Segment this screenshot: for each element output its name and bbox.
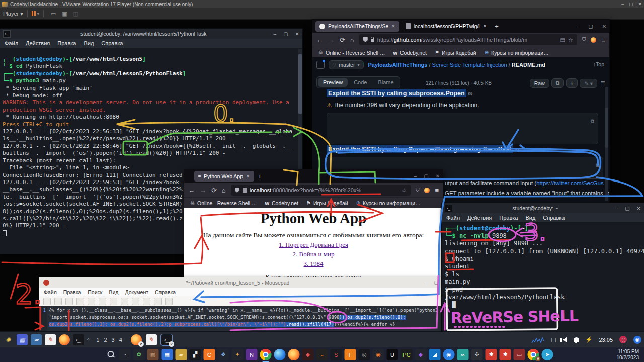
terminal-window-icon[interactable]: ›_2 (161, 334, 172, 345)
power-manager-icon[interactable]: ⚡ (586, 336, 593, 343)
menu-search[interactable]: Поиск (88, 289, 102, 295)
file-manager-icon[interactable]: ▰ (31, 334, 42, 345)
show-desktop-icon[interactable]: ▦ (17, 334, 28, 345)
firefox-account-icon[interactable] (591, 37, 596, 43)
menu-actions[interactable]: Действия (467, 215, 492, 221)
unreal-icon[interactable]: U (387, 349, 398, 360)
firefox-icon[interactable] (288, 349, 300, 360)
tab-close-icon[interactable]: ✕ (391, 24, 395, 29)
carrot-icon[interactable]: ⌄ (316, 349, 328, 360)
music-icon[interactable]: ◆ (302, 349, 314, 360)
window-preview-icon[interactable]: ▢ (551, 336, 556, 343)
gauge-icon[interactable]: ◔ (119, 349, 131, 360)
mousepad-titlebar[interactable]: *~/Рабочий стол/tmp_lesson_5 - Mousepad … (39, 277, 443, 288)
terminal2-close-button[interactable]: ✕ (637, 206, 641, 211)
terminal2-minimize-button[interactable]: – (615, 206, 618, 211)
shazam-icon[interactable]: S (331, 349, 342, 360)
terminal1-maximize-button[interactable]: ▢ (283, 31, 288, 37)
breadcrumb-repo[interactable]: PayloadsAllTheThings (368, 62, 427, 68)
tab-python-web-app[interactable]: Python Web App✕ (194, 171, 254, 182)
mousepad-maximize-button[interactable]: ▢ (434, 280, 439, 285)
save-as-icon[interactable] (76, 298, 84, 305)
firefox-window-icon[interactable]: 2 (131, 334, 142, 345)
reader-icon[interactable]: ▤ (560, 37, 565, 43)
menu-file[interactable]: Файл (44, 289, 57, 295)
mousepad-window-icon[interactable]: ✎ (146, 334, 157, 345)
calendar-icon[interactable]: ▦ (162, 349, 173, 360)
keepass-lock-icon[interactable] (619, 336, 627, 343)
tab-blame[interactable]: Blame (373, 78, 398, 87)
new-tab-button[interactable]: + (495, 23, 499, 30)
app-window-minimize[interactable]: – (414, 173, 417, 179)
vmware-minimize-button[interactable]: – (621, 2, 624, 7)
shield-icon[interactable] (235, 188, 239, 193)
search-icon[interactable] (105, 349, 117, 360)
kali-clock[interactable]: 23:05 (599, 337, 613, 343)
tab-payloadsallthethings[interactable]: PayloadsAllTheThings/Se✕ (315, 21, 399, 32)
sidebar-toggle-icon[interactable] (316, 61, 325, 69)
app-urlbar[interactable]: localhost:8080/index?book={%%20for%20x% … (231, 185, 411, 196)
gear-red-2-icon[interactable]: ✱ (500, 349, 511, 360)
edge-icon[interactable] (274, 349, 286, 360)
mousepad-editor[interactable]: 1 {% for x in ().__class__.__base__.__su… (39, 306, 443, 331)
mousepad-minimize-button[interactable]: – (423, 280, 426, 285)
menu-view[interactable]: Вид (109, 289, 118, 295)
ssti-heading-popen[interactable]: Exploit the SSTI by calling Popen withou… (327, 146, 519, 153)
home-icon[interactable]: ⌂ (222, 187, 226, 194)
pocket-icon[interactable]: ⛉ (416, 187, 420, 193)
reload-icon[interactable]: ⟳ (340, 36, 345, 44)
book-link-2[interactable]: 2. Война и мир (184, 250, 443, 258)
vmware-close-button[interactable]: ✕ (638, 2, 642, 7)
pycharm-icon[interactable]: PC (401, 349, 413, 360)
reload-icon[interactable]: ⟳ (211, 187, 217, 194)
github-scrollbar[interactable] (605, 87, 608, 201)
menu-help[interactable]: Справка (543, 215, 565, 221)
suspend-dropdown[interactable]: ▾ (37, 12, 39, 16)
home-icon[interactable]: ⌂ (350, 36, 354, 44)
visual-studio-icon[interactable]: ◆ (415, 349, 427, 360)
updates-icon[interactable]: ◉ (633, 336, 641, 344)
menu-actions[interactable]: Действия (26, 40, 50, 46)
menu-document[interactable]: Документ (125, 289, 148, 295)
forward-icon[interactable]: → (200, 187, 206, 194)
redo-icon[interactable] (110, 298, 117, 305)
puzzle-icon[interactable]: ✦ (232, 349, 244, 360)
back-icon[interactable]: ← (188, 187, 195, 194)
tab-close-icon[interactable]: ✕ (246, 174, 250, 179)
new-file-icon[interactable] (43, 298, 51, 305)
terminal1-titlebar[interactable]: ›_ student@codeby: /var/www/html/lesson5… (0, 29, 302, 39)
menu-file[interactable]: Файл (5, 40, 18, 46)
terminal1-minimize-button[interactable]: – (274, 31, 277, 37)
pinwheel-icon[interactable]: ✿ (133, 349, 145, 360)
menu-file[interactable]: Файл (446, 215, 460, 221)
suspend-button[interactable] (32, 11, 36, 16)
github-urlbar[interactable]: https://github.com/swisskyrepo/PayloadsA… (359, 34, 577, 45)
paste-icon[interactable] (143, 298, 150, 305)
toolbox-icon[interactable]: ▭ (514, 349, 525, 360)
breadcrumb-dir[interactable]: Server Side Template Injection (432, 62, 507, 68)
code-block-subprocess[interactable]: {{''.__class__.mro()[1].__subclasses__()… (327, 113, 598, 144)
tab-code[interactable]: Code (349, 78, 372, 87)
volume-icon[interactable] (563, 337, 567, 343)
cut-icon[interactable] (121, 298, 128, 305)
notifications-bell-icon[interactable] (574, 337, 579, 342)
bookmark-star-icon[interactable]: ☆ (568, 37, 573, 43)
maps-icon[interactable]: ◉ (443, 349, 455, 360)
chevron-up-icon[interactable]: ^ (87, 337, 89, 342)
chrome-profile-icon[interactable]: A (528, 349, 539, 360)
terminal2-titlebar[interactable]: ›_ student@codeby: ~ – ▢ ✕ (442, 203, 644, 213)
menu-view[interactable]: Вид (84, 40, 94, 46)
github-window-maximize[interactable]: ▢ (588, 24, 593, 29)
start-icon[interactable] (91, 349, 103, 360)
replace-icon[interactable] (165, 298, 173, 305)
vmware-icon[interactable]: ❖ (218, 349, 229, 360)
raw-button[interactable]: Raw (530, 79, 549, 88)
workspace-switcher[interactable]: 1 2 3 4 (96, 337, 124, 343)
copy-raw-icon[interactable]: ⧉ (551, 78, 565, 88)
windows-clock[interactable]: 11:05 PM 10/2/2023 (617, 349, 639, 361)
app-window-close[interactable]: ✕ (436, 173, 440, 179)
github-window-minimize[interactable]: – (577, 24, 580, 29)
github-window-close[interactable]: ✕ (602, 24, 606, 29)
ssti-heading-subprocess[interactable]: Exploit the SSTI by calling subprocess.P… (327, 89, 472, 97)
outline-icon[interactable]: ≣ (600, 80, 605, 87)
